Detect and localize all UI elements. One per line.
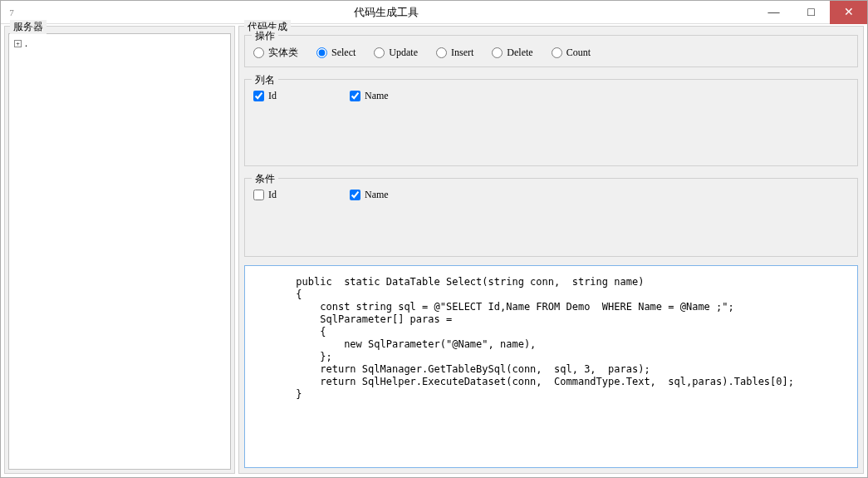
operation-radio-update[interactable]: Update (374, 47, 418, 59)
operation-radio-label: Delete (507, 47, 532, 59)
condition-check-input[interactable] (253, 190, 264, 200)
operation-radio-input[interactable] (552, 47, 562, 58)
condition-check-name[interactable]: Name (350, 189, 389, 201)
conditions-group: 条件 IdName (244, 178, 858, 257)
operation-radio-label: 实体类 (268, 46, 298, 60)
app-icon: 7 (1, 7, 17, 17)
codegen-panel: 代码生成 操作 实体类SelectUpdateInsertDeleteCount… (238, 26, 864, 474)
column-check-input[interactable] (253, 91, 264, 101)
operation-legend: 操作 (252, 29, 278, 43)
tree-root-node[interactable]: + . (14, 37, 225, 50)
condition-check-label: Id (268, 189, 277, 201)
operation-radio-label: Select (331, 47, 356, 59)
column-check-input[interactable] (350, 91, 360, 101)
server-panel-legend: 服务器 (10, 20, 47, 34)
condition-check-id[interactable]: Id (253, 189, 277, 201)
conditions-legend: 条件 (252, 172, 278, 186)
column-check-label: Id (268, 90, 277, 102)
minimize-button[interactable]: — (755, 1, 792, 24)
condition-check-label: Name (365, 189, 389, 201)
condition-check-input[interactable] (350, 190, 360, 200)
operation-radio-input[interactable] (436, 47, 447, 58)
operation-radio-input[interactable] (492, 47, 503, 58)
close-button[interactable]: ✕ (830, 1, 867, 24)
tree-node-label: . (25, 37, 27, 50)
server-tree[interactable]: + . (8, 33, 231, 470)
operation-radio-insert[interactable]: Insert (436, 47, 473, 59)
columns-group: 列名 IdName (244, 79, 858, 166)
maximize-button[interactable]: □ (792, 1, 830, 24)
window-titlebar: 7 代码生成工具 — □ ✕ (1, 1, 867, 24)
columns-legend: 列名 (252, 73, 278, 87)
operation-radio-label: Count (566, 47, 591, 59)
column-check-label: Name (365, 90, 389, 102)
operation-radio-实体类[interactable]: 实体类 (253, 46, 298, 60)
operation-radio-input[interactable] (253, 47, 264, 58)
expand-icon[interactable]: + (14, 40, 22, 47)
operation-radio-input[interactable] (374, 47, 385, 58)
operation-radio-select[interactable]: Select (316, 47, 356, 59)
column-check-id[interactable]: Id (253, 90, 277, 102)
operation-group: 操作 实体类SelectUpdateInsertDeleteCount (244, 35, 858, 67)
column-check-name[interactable]: Name (350, 90, 389, 102)
operation-radio-input[interactable] (316, 47, 327, 58)
operation-radio-label: Update (389, 47, 418, 59)
operation-radio-delete[interactable]: Delete (492, 47, 532, 59)
operation-radio-count[interactable]: Count (552, 47, 591, 59)
server-panel: 服务器 + . (4, 26, 235, 474)
operation-radio-label: Insert (451, 47, 473, 59)
window-title: 代码生成工具 (17, 5, 755, 20)
code-output[interactable]: public static DataTable Select(string co… (244, 265, 858, 468)
